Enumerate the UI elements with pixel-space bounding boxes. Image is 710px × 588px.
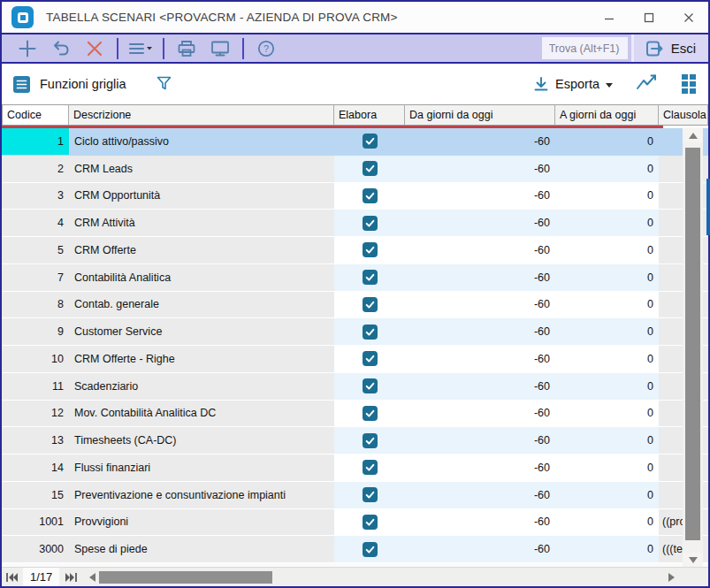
cell-descrizione[interactable]: CRM Offerte <box>69 237 334 264</box>
elabora-checkbox[interactable] <box>363 515 378 530</box>
cell-a-giorni[interactable]: 0 <box>555 128 659 156</box>
table-row[interactable]: 10CRM Offerte - Righe-600 <box>2 346 708 373</box>
cell-elabora[interactable] <box>334 536 405 563</box>
column-header-clausola[interactable]: Clausola <box>659 104 708 126</box>
cell-da-giorni[interactable]: -60 <box>405 373 555 401</box>
cell-da-giorni[interactable]: -60 <box>405 482 555 509</box>
table-row[interactable]: 5CRM Offerte-600 <box>2 237 708 264</box>
cell-a-giorni[interactable]: 0 <box>555 454 659 482</box>
cell-elabora[interactable] <box>334 482 405 509</box>
cell-a-giorni[interactable]: 0 <box>555 427 659 454</box>
elabora-checkbox[interactable] <box>363 406 378 421</box>
cell-elabora[interactable] <box>334 210 405 237</box>
cell-a-giorni[interactable]: 0 <box>555 536 659 563</box>
cell-elabora[interactable] <box>334 292 405 319</box>
table-row[interactable]: 15Preventivazione e consuntivazione impi… <box>2 482 708 509</box>
elabora-checkbox[interactable] <box>363 487 378 502</box>
cell-descrizione[interactable]: Provvigioni <box>69 509 334 537</box>
cell-descrizione[interactable]: Contabilità Analitica <box>69 264 334 292</box>
elabora-checkbox[interactable] <box>363 351 378 366</box>
elabora-checkbox[interactable] <box>363 460 378 475</box>
delete-button[interactable] <box>78 34 111 62</box>
column-header-elabora[interactable]: Elabora <box>334 104 405 126</box>
scroll-up-button[interactable] <box>683 128 703 142</box>
column-header-codice[interactable]: Codice <box>2 104 69 126</box>
elabora-checkbox[interactable] <box>363 542 378 557</box>
elabora-checkbox[interactable] <box>363 216 378 231</box>
cell-codice[interactable]: 8 <box>2 292 69 319</box>
horizontal-scrollbar-thumb[interactable] <box>99 571 272 584</box>
cell-descrizione[interactable]: Preventivazione e consuntivazione impian… <box>69 482 334 509</box>
cell-codice[interactable]: 3 <box>2 183 69 210</box>
cell-descrizione[interactable]: Timesheets (CA-DC) <box>69 427 334 454</box>
cell-da-giorni[interactable]: -60 <box>405 509 555 537</box>
cell-descrizione[interactable]: CRM Attività <box>69 210 334 237</box>
table-row[interactable]: 2CRM Leads-600 <box>2 156 708 183</box>
grid-functions-label[interactable]: Funzioni griglia <box>40 77 126 91</box>
cell-descrizione[interactable]: Scadenziario <box>69 373 334 401</box>
cell-a-giorni[interactable]: 0 <box>555 509 659 537</box>
table-row[interactable]: 8Contab. generale-600 <box>2 292 708 319</box>
vertical-scrollbar[interactable] <box>683 128 703 567</box>
cell-da-giorni[interactable]: -60 <box>405 183 555 210</box>
cell-elabora[interactable] <box>334 373 405 401</box>
scroll-right-button[interactable] <box>668 573 675 582</box>
cell-da-giorni[interactable]: -60 <box>405 401 555 428</box>
cell-descrizione[interactable]: Contab. generale <box>69 292 334 319</box>
monitor-button[interactable] <box>203 34 237 62</box>
cell-descrizione[interactable]: Spese di piede <box>69 536 334 563</box>
elabora-checkbox[interactable] <box>363 325 378 340</box>
close-button[interactable] <box>668 2 708 33</box>
cell-a-giorni[interactable]: 0 <box>555 292 659 319</box>
cell-a-giorni[interactable]: 0 <box>555 183 659 210</box>
minimize-button[interactable] <box>589 2 629 33</box>
cell-elabora[interactable] <box>334 454 405 482</box>
elabora-checkbox[interactable] <box>363 134 378 149</box>
elabora-checkbox[interactable] <box>363 161 378 176</box>
elabora-checkbox[interactable] <box>363 433 378 448</box>
first-record-button[interactable] <box>2 568 21 586</box>
cell-codice[interactable]: 1 <box>2 128 69 156</box>
cell-codice[interactable]: 11 <box>2 373 69 401</box>
exit-button[interactable]: Esci <box>631 34 708 62</box>
cell-elabora[interactable] <box>334 401 405 428</box>
cell-da-giorni[interactable]: -60 <box>405 128 555 156</box>
elabora-checkbox[interactable] <box>363 378 378 393</box>
column-header-da-giorni[interactable]: Da giorni da oggi <box>405 104 555 126</box>
cell-descrizione[interactable]: CRM Opportunità <box>69 183 334 210</box>
cell-da-giorni[interactable]: -60 <box>405 536 555 563</box>
cell-elabora[interactable] <box>334 128 405 156</box>
cell-elabora[interactable] <box>334 264 405 292</box>
cell-codice[interactable]: 4 <box>2 210 69 237</box>
table-row[interactable]: 11Scadenziario-600 <box>2 373 708 401</box>
undo-button[interactable] <box>44 34 78 62</box>
cell-descrizione[interactable]: Customer Service <box>69 318 334 346</box>
elabora-checkbox[interactable] <box>363 270 378 285</box>
cell-descrizione[interactable]: Ciclo attivo/passivo <box>69 128 334 156</box>
cell-codice[interactable]: 15 <box>2 482 69 509</box>
cell-descrizione[interactable]: Mov. Contabilità Analitica DC <box>69 401 334 428</box>
cell-da-giorni[interactable]: -60 <box>405 210 555 237</box>
cell-codice[interactable]: 9 <box>2 318 69 346</box>
scroll-left-button[interactable] <box>89 573 95 582</box>
cell-elabora[interactable] <box>334 318 405 346</box>
cell-a-giorni[interactable]: 0 <box>555 264 659 292</box>
cell-da-giorni[interactable]: -60 <box>405 427 555 454</box>
search-input[interactable] <box>542 37 628 59</box>
menu-button[interactable] <box>124 34 157 62</box>
vertical-scrollbar-thumb[interactable] <box>685 148 700 540</box>
table-row[interactable]: 12Mov. Contabilità Analitica DC-600 <box>2 401 708 428</box>
table-row[interactable]: 1001Provvigioni-600((pro <box>2 509 708 537</box>
cell-elabora[interactable] <box>334 509 405 537</box>
column-header-descrizione[interactable]: Descrizione <box>69 104 334 126</box>
add-button[interactable] <box>11 34 44 62</box>
cell-a-giorni[interactable]: 0 <box>555 346 659 373</box>
elabora-checkbox[interactable] <box>363 242 378 257</box>
table-row[interactable]: 7Contabilità Analitica-600 <box>2 264 708 292</box>
export-button[interactable]: Esporta <box>533 76 613 93</box>
cell-a-giorni[interactable]: 0 <box>555 210 659 237</box>
grid-view-icon[interactable] <box>682 74 696 94</box>
cell-codice[interactable]: 3000 <box>2 536 69 563</box>
table-row[interactable]: 14Flussi finanziari-600 <box>2 454 708 482</box>
cell-da-giorni[interactable]: -60 <box>405 237 555 264</box>
